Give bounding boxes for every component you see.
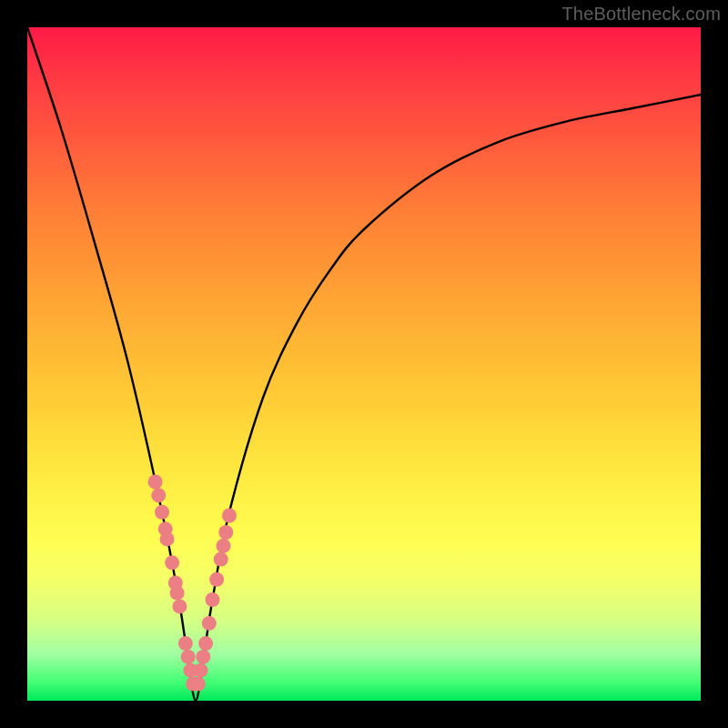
highlight-dot: [148, 475, 163, 490]
highlight-dot: [151, 488, 166, 502]
highlight-dot: [196, 650, 210, 664]
highlight-dot: [194, 663, 208, 678]
highlight-dot: [202, 616, 217, 631]
highlight-dot: [181, 650, 196, 664]
highlight-dot: [191, 677, 206, 692]
highlight-dot: [170, 586, 185, 601]
highlight-dot: [160, 531, 175, 546]
highlight-dot: [222, 509, 237, 523]
highlight-dots: [148, 475, 237, 692]
highlight-dot: [178, 636, 193, 651]
highlight-dot: [172, 599, 187, 613]
highlight-dot: [165, 555, 179, 570]
highlight-dot: [206, 592, 220, 607]
highlight-dot: [217, 539, 231, 553]
highlight-dot: [155, 505, 169, 520]
highlight-dot: [218, 525, 233, 540]
curve-layer: [27, 27, 701, 701]
highlight-dot: [198, 636, 213, 651]
bottleneck-curve: [27, 27, 701, 701]
plot-area: [27, 27, 701, 701]
outer-frame: TheBottleneck.com: [0, 0, 728, 728]
watermark-text: TheBottleneck.com: [561, 4, 721, 25]
highlight-dot: [209, 572, 224, 587]
highlight-dot: [214, 552, 228, 567]
bottleneck-curve-path: [27, 27, 701, 701]
